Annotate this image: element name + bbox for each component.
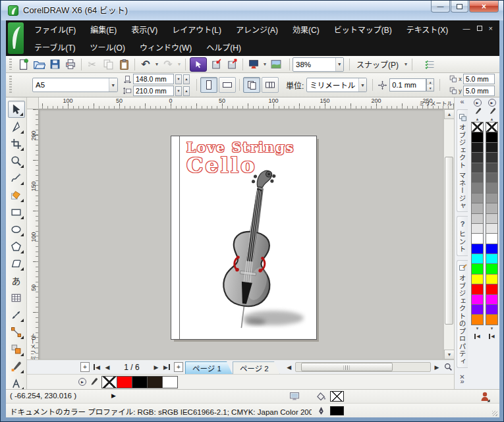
hscroll-right-button[interactable]: ▶ — [432, 362, 442, 373]
next-page-button[interactable]: ▶ — [151, 362, 161, 373]
menu-item-5[interactable]: 効果(C) — [285, 24, 327, 35]
save-button[interactable] — [47, 57, 63, 72]
document-palette-swatch[interactable] — [162, 376, 178, 388]
ruler-origin-corner[interactable] — [27, 97, 39, 109]
polygon-tool[interactable] — [8, 238, 25, 255]
duplicate-x-field[interactable] — [463, 74, 495, 84]
palette-swatch[interactable] — [471, 152, 484, 163]
title-bar[interactable]: CorelDRAW X6 (64 ビット) — × — [1, 1, 504, 20]
add-page-button-right[interactable]: + — [174, 362, 183, 372]
menu-item-3[interactable]: ヘルプ(H) — [199, 41, 248, 53]
zoom-tool[interactable] — [8, 152, 25, 169]
palette-flyout-button[interactable]: ▶ — [474, 99, 482, 107]
document-palette-swatch-none[interactable] — [101, 376, 117, 388]
palette-swatch[interactable] — [486, 263, 498, 274]
document-palette-swatch[interactable] — [147, 376, 163, 388]
resize-grip[interactable] — [492, 411, 497, 416]
unit-input[interactable] — [307, 81, 358, 89]
palette-swatch[interactable] — [471, 274, 484, 284]
add-page-button-left[interactable]: + — [80, 362, 90, 372]
pick-tool[interactable] — [8, 101, 25, 118]
palette-swatch[interactable] — [486, 182, 498, 193]
palette-swatch[interactable] — [471, 314, 484, 325]
zoom-level-combo[interactable]: ▼ — [293, 57, 344, 72]
hscroll-left-button[interactable]: ◀ — [284, 362, 294, 373]
export-button[interactable] — [224, 57, 240, 72]
horizontal-scroll-thumb[interactable] — [301, 363, 393, 371]
palette-swatch[interactable] — [471, 294, 484, 305]
portrait-button[interactable] — [200, 77, 217, 93]
doc-minimize-icon[interactable]: — — [463, 24, 470, 32]
palette-swatch[interactable] — [486, 304, 498, 315]
width-up-spinner[interactable]: ▲ — [183, 74, 190, 84]
palette-swatch[interactable] — [486, 233, 498, 244]
undo-button[interactable]: ↶ — [138, 57, 154, 72]
text-tool[interactable]: あ — [8, 272, 25, 289]
application-launcher-button[interactable] — [246, 57, 262, 72]
close-button[interactable]: × — [469, 1, 499, 13]
menu-item-3[interactable]: レイアウト(L) — [165, 24, 229, 35]
document-palette-swatch[interactable] — [117, 376, 132, 388]
previous-page-button[interactable]: ◀ — [102, 362, 113, 373]
palette-swatch[interactable] — [471, 244, 484, 254]
crop-tool[interactable] — [8, 135, 25, 152]
straight-line-connector-tool[interactable] — [8, 323, 25, 340]
vertical-scroll-thumb[interactable] — [445, 157, 453, 325]
page-width-field[interactable] — [133, 74, 174, 84]
palette-swatch[interactable] — [486, 142, 498, 153]
first-page-button[interactable]: ◀ — [92, 362, 102, 373]
status-flyout-icon[interactable]: ▶ — [111, 392, 116, 399]
basic-shapes-tool[interactable] — [8, 255, 25, 272]
palette-swatch[interactable] — [471, 233, 484, 244]
parallel-dimension-tool[interactable] — [8, 306, 25, 323]
snap-dropdown[interactable]: ▾ — [403, 61, 409, 67]
new-document-button[interactable] — [15, 57, 31, 72]
palette-eyedropper-icon[interactable] — [473, 107, 482, 115]
menu-item-0[interactable]: テーブル(T) — [27, 41, 83, 53]
doc-close-icon[interactable]: × — [489, 24, 493, 32]
options-button[interactable] — [422, 57, 437, 72]
palette-swatch[interactable] — [486, 203, 498, 213]
undo-dropdown[interactable]: ▾ — [154, 61, 160, 67]
snap-button[interactable]: スナップ(P) — [352, 57, 403, 72]
palette-swatch[interactable] — [486, 152, 498, 163]
toolbar-grip[interactable] — [9, 59, 12, 70]
nudge-up-spinner[interactable]: ▲ — [427, 79, 434, 85]
object-properties-tab[interactable]: オブジェクトのプロパティ — [457, 260, 468, 368]
vertical-scrollbar[interactable]: ▲ ▼ — [443, 109, 454, 359]
horizontal-scrollbar[interactable] — [295, 362, 431, 372]
monitor-icon[interactable] — [289, 392, 300, 402]
object-manager-tab[interactable]: オブジェクト マネージャ — [457, 109, 468, 212]
duplicate-y-field[interactable] — [463, 86, 495, 96]
unit-combo[interactable]: ▼ — [306, 78, 367, 92]
cello-illustration[interactable] — [194, 163, 306, 335]
menu-item-1[interactable]: ツール(O) — [83, 41, 132, 53]
palette-swatch[interactable] — [486, 132, 498, 142]
palette-swatch[interactable] — [471, 142, 484, 153]
page-tab-2[interactable]: ページ 2 — [233, 361, 280, 375]
horizontal-ruler[interactable]: ミリメートル 10050050100150200250 — [39, 97, 454, 109]
nudge-distance-field[interactable] — [389, 78, 426, 92]
palette-swatch-none[interactable] — [471, 122, 484, 132]
palette-swatch[interactable] — [486, 314, 498, 325]
zoom-level-input[interactable] — [293, 61, 335, 68]
last-page-button[interactable]: ▶ — [161, 362, 172, 373]
palette-scroll-down[interactable]: ▼ — [486, 325, 497, 332]
palette-expand-button[interactable]: ◀ — [486, 332, 497, 340]
smart-fill-tool[interactable] — [8, 186, 25, 203]
palette-swatch[interactable] — [471, 193, 484, 203]
page-tab-1[interactable]: ページ 1 — [185, 361, 233, 375]
paper-size-combo[interactable]: ▼ — [32, 78, 118, 92]
search-content-button[interactable] — [190, 57, 207, 72]
print-button[interactable] — [63, 57, 78, 72]
palette-swatch[interactable] — [486, 284, 498, 294]
palette-swatch[interactable] — [471, 284, 484, 294]
navigator-button[interactable] — [442, 361, 454, 373]
menu-item-7[interactable]: テキスト(X) — [399, 24, 456, 35]
palette-swatch[interactable] — [471, 223, 484, 234]
zoom-dropdown-icon[interactable]: ▼ — [335, 58, 343, 71]
fill-color-icon[interactable] — [316, 392, 326, 403]
color-eyedropper-tool[interactable] — [8, 357, 25, 375]
palette-swatch[interactable] — [471, 304, 484, 315]
nudge-down-spinner[interactable]: ▼ — [427, 85, 434, 91]
